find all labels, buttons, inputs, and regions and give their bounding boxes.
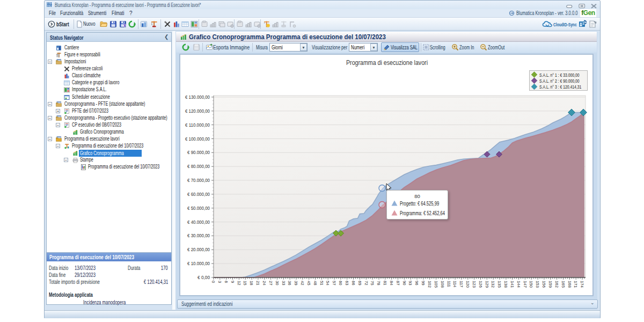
svg-text:93: 93 [408,281,413,286]
svg-text:96: 96 [414,281,419,286]
svg-text:84: 84 [389,281,394,286]
svg-text:€ 100.000,00: € 100.000,00 [185,136,210,142]
svg-text:102: 102 [427,281,432,288]
svg-text:147: 147 [523,281,528,288]
svg-text:€ 90.000,00: € 90.000,00 [187,150,210,155]
svg-text:57: 57 [332,281,336,286]
svg-text:123: 123 [472,281,477,288]
svg-text:€ 70.000,00: € 70.000,00 [187,178,210,183]
svg-text:€ 120.000,00: € 120.000,00 [185,108,210,114]
svg-text:39: 39 [294,281,298,286]
svg-text:162: 162 [554,281,559,288]
svg-text:9: 9 [230,281,235,283]
svg-text:120: 120 [465,281,470,288]
svg-text:36: 36 [287,281,292,286]
svg-text:€ 130.000,00: € 130.000,00 [185,94,210,100]
svg-text:42: 42 [300,281,305,286]
svg-text:12: 12 [237,281,241,286]
svg-text:135: 135 [497,281,502,288]
svg-text:111: 111 [447,281,451,287]
svg-text:48: 48 [313,281,318,286]
svg-text:€ 60.000,00: € 60.000,00 [187,192,210,197]
svg-text:156: 156 [541,281,546,288]
svg-text:108: 108 [440,281,445,288]
svg-text:30: 30 [275,281,280,286]
svg-text:72: 72 [364,281,369,286]
svg-text:114: 114 [452,281,457,288]
svg-text:129: 129 [485,281,489,288]
svg-text:60: 60 [338,281,343,286]
svg-text:87: 87 [396,281,400,286]
svg-text:€ 30.000,00: € 30.000,00 [187,233,210,238]
svg-text:33: 33 [281,281,286,286]
svg-text:117: 117 [459,281,464,287]
svg-text:153: 153 [535,281,540,288]
svg-text:24: 24 [262,281,267,286]
svg-text:€ 10.000,00: € 10.000,00 [187,261,210,266]
svg-text:138: 138 [503,281,508,288]
svg-text:21: 21 [255,281,260,286]
svg-text:105: 105 [434,281,438,288]
svg-text:126: 126 [478,281,483,288]
svg-text:174: 174 [580,281,584,288]
svg-text:€ 20.000,00: € 20.000,00 [187,247,210,252]
svg-text:132: 132 [491,281,495,288]
svg-text:81: 81 [383,281,387,286]
svg-text:144: 144 [516,281,521,288]
svg-text:99: 99 [421,281,426,286]
svg-text:0: 0 [211,281,216,283]
svg-text:150: 150 [529,281,533,288]
svg-text:45: 45 [306,281,311,286]
svg-text:66: 66 [351,281,356,286]
svg-text:3: 3 [217,281,222,283]
svg-text:€ 80.000,00: € 80.000,00 [187,164,210,169]
svg-text:€ 0,00: € 0,00 [197,275,210,280]
svg-text:€ 50.000,00: € 50.000,00 [187,206,210,211]
svg-text:54: 54 [325,281,330,286]
svg-text:27: 27 [268,281,273,286]
svg-text:78: 78 [376,281,381,286]
svg-text:168: 168 [567,281,572,288]
svg-text:63: 63 [345,281,349,286]
svg-text:69: 69 [357,281,362,286]
svg-text:15: 15 [243,281,247,286]
svg-text:90: 90 [402,281,407,286]
svg-text:141: 141 [510,281,515,288]
svg-text:171: 171 [573,281,578,288]
svg-text:18: 18 [249,281,254,286]
svg-text:6: 6 [224,281,229,283]
svg-text:75: 75 [370,281,375,286]
svg-text:165: 165 [561,281,566,288]
svg-text:51: 51 [319,281,324,286]
svg-text:159: 159 [548,281,553,288]
svg-text:Programma di esecuzione lavori: Programma di esecuzione lavori [346,59,428,67]
svg-text:€ 110.000,00: € 110.000,00 [185,122,210,128]
svg-text:€ 40.000,00: € 40.000,00 [187,219,210,225]
